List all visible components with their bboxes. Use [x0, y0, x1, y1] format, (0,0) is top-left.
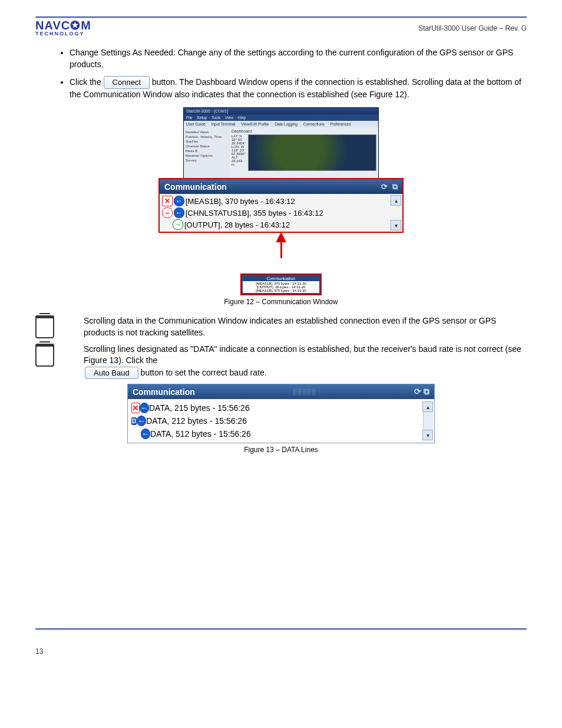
- comm-row-3-text: [OUTPUT], 28 bytes - 16:43:12: [184, 220, 290, 229]
- refresh-icon[interactable]: ⟳: [381, 182, 388, 191]
- comm2-title: Communication: [133, 387, 195, 397]
- data-row-3: ← DATA, 512 bytes - 15:56:26: [131, 427, 421, 440]
- minus-icon: –: [162, 207, 173, 218]
- sc-userguide[interactable]: User Guide: [186, 122, 206, 126]
- menu-help[interactable]: Help: [238, 116, 246, 120]
- note-2-part1: Scrolling lines designated as "DATA" ind…: [84, 344, 521, 365]
- spacer: [162, 220, 171, 229]
- doc-title: StarUtil-3000 User Guide – Rev. G: [418, 24, 527, 32]
- scroll-up-icon[interactable]: ▴: [422, 401, 433, 412]
- figure-12-screenshot: StarUtil-3000 - [COM1] File Setup Tools …: [35, 107, 527, 295]
- side-starfire[interactable]: StarFire: [186, 140, 228, 143]
- sc-terminal[interactable]: Input Terminal: [211, 122, 236, 126]
- dashboard-label: Dashboard: [232, 129, 376, 133]
- logo-text: NAVC✪M: [35, 20, 91, 31]
- expand-icon[interactable]: ⧉: [392, 182, 398, 191]
- arrow-left-icon: ←: [137, 416, 146, 426]
- comm-row-1-text: [MEAS1B], 370 bytes - 16:43:12: [186, 197, 295, 206]
- menu-bar[interactable]: File Setup Tools View Help: [184, 114, 378, 121]
- sc-profile[interactable]: View/Edit Profile: [241, 122, 269, 126]
- comm-title: Communication: [164, 182, 227, 192]
- side-detailed[interactable]: Detailed Views: [186, 130, 228, 134]
- callout-communication-mini: Communication [MEAS1B], 370 bytes - 14:3…: [240, 274, 322, 295]
- top-rule: [35, 17, 527, 18]
- connect-button[interactable]: Connect: [104, 76, 150, 89]
- page-number: 13: [35, 647, 43, 655]
- sc-pref[interactable]: Preferences: [330, 122, 351, 126]
- note-2-text: Scrolling lines designated as "DATA" ind…: [60, 344, 527, 380]
- shortcut-bar[interactable]: User Guide Input Terminal View/Edit Prof…: [184, 121, 378, 127]
- note-1-text: Scrolling data in the Communication Wind…: [60, 315, 527, 338]
- callout-l3: [MEAS1B], 370 bytes - 14:31:20: [243, 289, 319, 292]
- expand-icon[interactable]: ⧉: [424, 387, 429, 396]
- figure-13-caption: Figure 13 – DATA Lines: [35, 446, 527, 454]
- data-row-1: ✕ ← DATA, 215 bytes - 15:56:26: [131, 401, 421, 414]
- bullet-2-prefix: Click the: [70, 77, 104, 87]
- refresh-icon[interactable]: ⟳: [414, 387, 421, 396]
- side-rxopt[interactable]: Receiver Options: [186, 154, 228, 157]
- d-icon: D: [131, 417, 137, 425]
- x-icon: ✕: [131, 403, 140, 413]
- page-footer: 13: [35, 647, 527, 655]
- window-title: StarUtil-3000 - [COM1]: [184, 108, 378, 114]
- side-measb[interactable]: Meas B: [186, 149, 228, 153]
- arrow-left-icon: ←: [140, 403, 149, 413]
- auto-baud-button[interactable]: Auto Baud: [85, 367, 138, 380]
- logo-subtext: TECHNOLOGY: [35, 31, 91, 37]
- bullet-1-text: Change Settings As Needed: Change any of…: [70, 48, 513, 69]
- note-icon: [35, 344, 54, 367]
- data-row-1-text: DATA, 215 bytes - 15:56:26: [149, 403, 250, 413]
- arrow-left-icon: ←: [174, 196, 184, 206]
- sc-conn[interactable]: Connections: [303, 122, 325, 126]
- instruction-list: Change Settings As Needed: Change any of…: [59, 47, 527, 100]
- data-row-2: D ← DATA, 212 bytes - 15:56:26: [131, 414, 421, 427]
- bottom-rule: [35, 628, 527, 630]
- data-row-2-text: DATA, 212 bytes - 15:56:26: [146, 416, 247, 426]
- scroll-track[interactable]: [423, 412, 433, 430]
- alt-val: 23.243 m: [232, 159, 242, 166]
- bullet-2: Click the Connect button. The Dashboard …: [70, 76, 527, 100]
- side-survey[interactable]: Survey: [186, 159, 228, 162]
- grip-icon[interactable]: ░░░░░: [293, 388, 316, 395]
- page-header: NAVC✪M TECHNOLOGY StarUtil-3000 User Gui…: [35, 20, 527, 37]
- menu-file[interactable]: File: [186, 116, 192, 120]
- communication-panel-data: Communication ░░░░░ ⟳ ⧉ ▴ ▾ ✕ ← DATA, 21…: [127, 384, 435, 443]
- world-map: [248, 134, 376, 171]
- figure-12-caption: Figure 12 – Communication Window: [35, 298, 527, 306]
- scroll-down-icon[interactable]: ▾: [391, 220, 401, 230]
- bullet-1: Change Settings As Needed: Change any of…: [70, 47, 527, 70]
- side-channel[interactable]: Channel Status: [186, 144, 228, 148]
- x-icon: ✕: [162, 196, 173, 206]
- side-pvt[interactable]: Position, Velocity, Time: [186, 135, 228, 139]
- callout-title: Communication: [243, 276, 319, 281]
- data-row-3-text: DATA, 512 bytes - 15:56:26: [150, 429, 251, 439]
- arrow-left-icon: ←: [141, 429, 150, 439]
- comm-row-1: ✕ ← [MEAS1B], 370 bytes - 16:43:12: [162, 195, 400, 207]
- comm-row-2-text: [CHNLSTATUS1B], 355 bytes - 16:43:12: [186, 209, 323, 218]
- communication-panel-overlay: Communication ⟳ ⧉ ▴ ▾ ✕ ← [MEAS1B], 370 …: [158, 178, 404, 233]
- arrow-left-icon: ←: [174, 207, 184, 218]
- menu-setup[interactable]: Setup: [197, 116, 207, 120]
- note-2-part2: button to set the correct baud rate.: [141, 367, 267, 377]
- note-icon: [35, 315, 54, 338]
- comm-row-3: → [OUTPUT], 28 bytes - 16:43:12: [162, 219, 400, 230]
- scroll-down-icon[interactable]: ▾: [422, 430, 433, 440]
- arrow-right-icon: →: [173, 219, 183, 230]
- callout-arrow-icon: ▲: [35, 232, 527, 258]
- menu-tools[interactable]: Tools: [211, 116, 220, 120]
- menu-view[interactable]: View: [225, 116, 233, 120]
- scroll-up-icon[interactable]: ▴: [391, 195, 401, 206]
- note-1: Scrolling data in the Communication Wind…: [35, 315, 527, 338]
- note-2: Scrolling lines designated as "DATA" ind…: [35, 344, 527, 380]
- comm-row-2: – ← [CHNLSTATUS1B], 355 bytes - 16:43:12: [162, 207, 400, 219]
- logo-block: NAVC✪M TECHNOLOGY: [35, 20, 91, 37]
- sc-logging[interactable]: Data Logging: [275, 122, 297, 126]
